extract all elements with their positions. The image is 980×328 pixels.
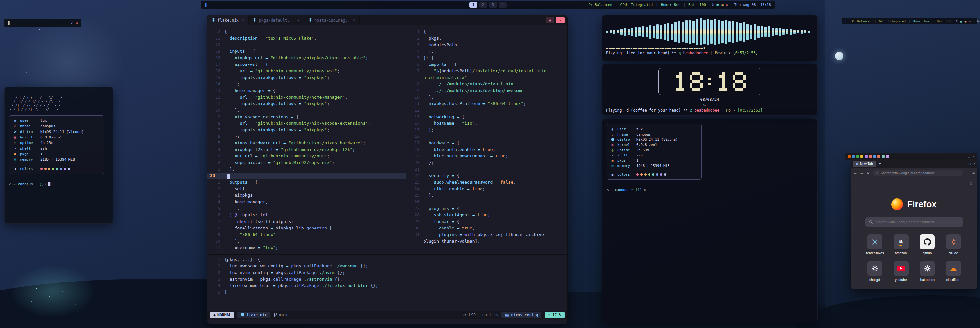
tab-new-tab[interactable]: New Tab — [853, 161, 876, 167]
fetch-divider — [607, 170, 701, 170]
code-text: ]; — [423, 94, 434, 100]
tab-close-icon[interactable]: × — [353, 18, 355, 22]
close-button[interactable]: × — [973, 155, 975, 158]
url-bar[interactable]: Search with Google or enter address — [872, 170, 963, 176]
code-text: nur.url = "github:nix-community/nur"; — [224, 153, 329, 159]
cava-bar — [783, 29, 785, 35]
power-icon[interactable]: ⊙ — [726, 3, 729, 7]
minimize-button[interactable]: — — [962, 155, 965, 158]
notifications-icon[interactable]: ◉ — [965, 20, 966, 23]
tag-4[interactable]: 4 — [499, 2, 507, 8]
tile-label: claude — [948, 251, 958, 255]
window-close-button[interactable]: × — [556, 17, 565, 23]
fetch-row-user: ◉usertux — [13, 118, 100, 124]
fetch-row-kernel: ▦kernel6.9.8-zen1 — [13, 135, 100, 140]
reload-button[interactable]: ↻ — [866, 171, 870, 175]
line-number: 11 — [207, 100, 224, 107]
tag-1[interactable]: 1 — [469, 2, 477, 8]
code-text: nixpkgs, — [224, 192, 255, 199]
new-tab-button[interactable]: + — [879, 162, 881, 166]
playing-seg: › — [726, 51, 733, 55]
music-icon[interactable]: ♫ — [71, 21, 73, 25]
shortcut-tile-cloudflare[interactable]: ☁cloudflare — [943, 261, 964, 282]
shortcut-tile-youtube[interactable]: youtube — [891, 261, 911, 282]
editor-cursor — [227, 174, 230, 179]
line-number: 5 — [207, 205, 224, 212]
code-line: 24 rtkit.enable = true; — [406, 185, 568, 192]
notifications-icon[interactable]: ◉ — [721, 3, 724, 7]
shortcut-tile-search.nixos[interactable]: search.nixos — [865, 235, 885, 255]
editor-tab-pkgs/default...[interactable]: pkgs/default...× — [248, 15, 304, 25]
code-line: 12 url = "github:nix-community/home-mana… — [207, 94, 406, 100]
editor-tab-flake.nix[interactable]: flake.nix× — [207, 15, 248, 25]
shell-prompt[interactable]: ⌂ → canopus ~ ))) █ — [9, 182, 108, 186]
keyboard-icon[interactable]: ▦ — [717, 3, 719, 7]
music-icon[interactable]: ♫ — [956, 20, 958, 23]
maximize-button[interactable]: □ — [969, 162, 970, 166]
line-number: 12 — [406, 107, 423, 114]
tile-label: youtube — [895, 278, 907, 282]
line-number: 5 — [207, 289, 224, 296]
code-text: } @ inputs: let — [224, 212, 268, 218]
line-number: 26 — [406, 199, 423, 205]
code-line: 7 inherit (self) outputs; — [207, 218, 406, 225]
personalize-gear-icon[interactable] — [969, 181, 974, 187]
shell-prompt[interactable]: ⌂ → canopus ~ ))) ▯ — [607, 188, 813, 192]
maximize-button[interactable]: □ — [968, 155, 970, 158]
window-pin-button[interactable]: ◉ — [546, 17, 554, 23]
forward-button[interactable]: → — [860, 171, 864, 175]
launcher-icon[interactable]: ⣿ — [8, 21, 10, 25]
cava-bar — [692, 21, 695, 43]
code-line: 2 pkgs, — [406, 35, 568, 41]
firefox-navbar: ← → ↻ Search with Google or enter addres… — [851, 168, 977, 178]
keyboard-icon[interactable]: ▦ — [960, 20, 962, 23]
terminal-window[interactable]: _ ___ ____ _____ / | / (_) __/ __ \/ ___… — [4, 87, 113, 223]
shortcut-tile-chatgpt[interactable]: chatgpt — [865, 261, 885, 282]
editor-pane-iso[interactable]: 1{2 pkgs,3 modulesPath,4 ...5}: {6 impor… — [406, 25, 568, 254]
fetch-terminal-window[interactable]: ◉usertux⌂hnamecanopusdistroNixOS 24.11 (… — [602, 119, 818, 323]
tag-2[interactable]: 2 — [479, 2, 487, 8]
wallpaper-moon — [835, 52, 843, 60]
fetch-label: hname — [20, 124, 38, 128]
power-icon[interactable]: ⊙ — [969, 20, 970, 23]
launcher-icon[interactable]: ⣿ — [205, 3, 208, 7]
code-line: 5 ... — [207, 205, 406, 212]
shortcut-tiles: search.nixosaamazongithubclaudechatgptyo… — [865, 235, 964, 282]
code-text: url = "github:nix-community/nix-vscode-e… — [224, 120, 371, 127]
firefox-window: New Tab + — □ × ← → ↻ Search with Google… — [851, 159, 977, 289]
code-line: 8 url = "github:nix-community/nix-vscode… — [207, 120, 406, 127]
code-text: inputs.nixpkgs.follows = "nixpkgs"; — [224, 100, 329, 107]
shortcut-tile-github[interactable]: github — [917, 235, 937, 255]
music-icon[interactable]: ♫ — [712, 3, 714, 7]
line-number: 27 — [406, 205, 423, 212]
cava-bar — [772, 28, 774, 36]
shortcut-tile-claude[interactable]: claude — [943, 235, 964, 255]
power-icon[interactable]: ⊙ — [76, 21, 78, 25]
statusbar-main: ⣿ 1234 P: Balanced|GPU: Integrated|Home:… — [201, 1, 775, 8]
shortcut-tile-chat.openai[interactable]: chat.openai — [917, 261, 937, 282]
editor-pane-flake[interactable]: 22{21 description = "tux's NixOS Flake";… — [207, 25, 406, 254]
minimize-button[interactable]: — — [963, 162, 966, 166]
code-text: }; — [224, 166, 234, 173]
code-text: nixpkgs-f2k.url = "github:moni-dz/nixpkg… — [224, 146, 355, 153]
launcher-icon[interactable]: ⣿ — [845, 20, 847, 23]
back-button[interactable]: ← — [853, 171, 857, 175]
tab-close-icon[interactable]: × — [242, 18, 244, 22]
tab-close-icon[interactable]: × — [298, 18, 300, 22]
close-button[interactable]: × — [974, 162, 975, 166]
user-icon: ◉ — [610, 127, 615, 131]
app-menu-icon[interactable]: ≡ — [972, 171, 975, 175]
tag-3[interactable]: 3 — [489, 2, 497, 8]
separator: | — [656, 3, 658, 7]
search-input[interactable] — [875, 220, 959, 224]
shortcut-tile-amazon[interactable]: aamazon — [891, 235, 911, 255]
fetch-row-memory: ▤memory1946 | 15394 MiB — [610, 163, 698, 168]
editor-tab-hosts/isoImag..[interactable]: hosts/isoImag..× — [304, 15, 360, 25]
code-text: inputs = { — [224, 48, 255, 55]
playing-seg: Playing: — [606, 51, 626, 55]
editor-pane-pkgs[interactable]: 1{pkgs, ...}: {1 tux-awesome-wm-config =… — [207, 254, 567, 311]
cava-bar — [725, 20, 727, 44]
code-line: 22{ — [207, 29, 406, 35]
overflow-menu-icon[interactable]: ⋮ — [966, 171, 970, 175]
color-dot — [40, 168, 43, 170]
